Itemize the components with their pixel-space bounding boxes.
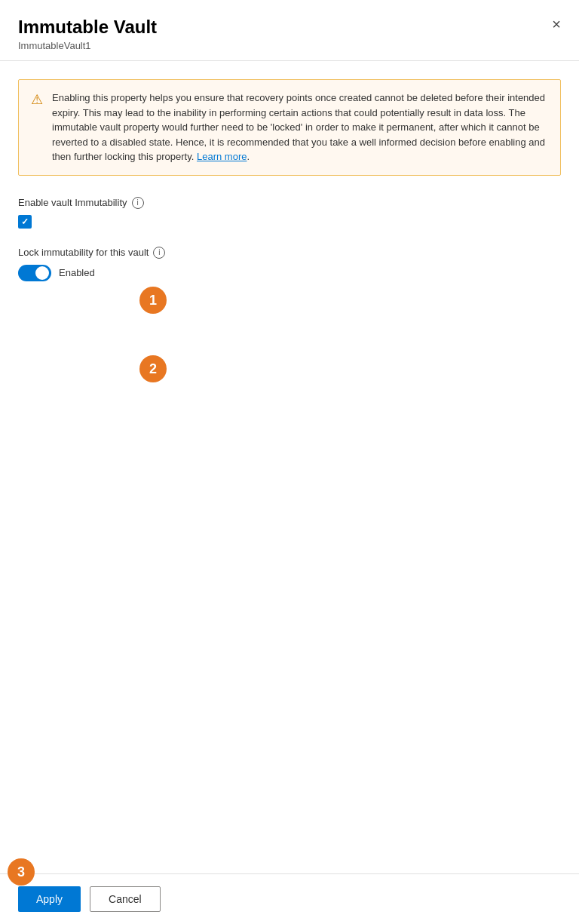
immutability-checkbox-wrapper: ✓ xyxy=(18,215,561,229)
cancel-button[interactable]: Cancel xyxy=(90,886,161,912)
immutable-vault-panel: Immutable Vault ImmutableVault1 × ⚠ Enab… xyxy=(0,0,579,924)
warning-text: Enabling this property helps you ensure … xyxy=(52,91,548,164)
lock-label: Lock immutability for this vault i xyxy=(18,247,561,259)
immutability-info-icon[interactable]: i xyxy=(132,197,144,209)
lock-status-label: Enabled xyxy=(59,267,95,278)
panel-content: ⚠ Enabling this property helps you ensur… xyxy=(0,61,579,924)
lock-info-icon[interactable]: i xyxy=(153,247,165,259)
lock-toggle-wrapper: Enabled xyxy=(18,265,561,281)
panel-header: Immutable Vault ImmutableVault1 × xyxy=(0,0,579,61)
immutability-label: Enable vault Immutability i xyxy=(18,197,561,209)
apply-button[interactable]: Apply xyxy=(18,886,81,912)
annotation-badge-1: 1 xyxy=(139,287,167,314)
panel-footer: Apply Cancel xyxy=(0,873,579,924)
immutability-field-group: Enable vault Immutability i ✓ xyxy=(18,197,561,229)
checkbox-check-icon: ✓ xyxy=(21,216,29,227)
panel-subtitle: ImmutableVault1 xyxy=(18,40,561,51)
annotation-badge-3: 3 xyxy=(8,858,35,886)
warning-box: ⚠ Enabling this property helps you ensur… xyxy=(18,79,561,176)
warning-icon: ⚠ xyxy=(31,91,43,164)
annotation-badge-2: 2 xyxy=(139,355,167,382)
close-button[interactable]: × xyxy=(549,14,564,35)
toggle-thumb xyxy=(35,266,49,280)
warning-message: Enabling this property helps you ensure … xyxy=(52,92,545,162)
panel-title: Immutable Vault xyxy=(18,15,561,38)
lock-field-group: Lock immutability for this vault i Enabl… xyxy=(18,247,561,281)
lock-toggle[interactable] xyxy=(18,265,51,281)
immutability-checkbox[interactable]: ✓ xyxy=(18,215,32,229)
learn-more-link[interactable]: Learn more xyxy=(197,151,247,162)
